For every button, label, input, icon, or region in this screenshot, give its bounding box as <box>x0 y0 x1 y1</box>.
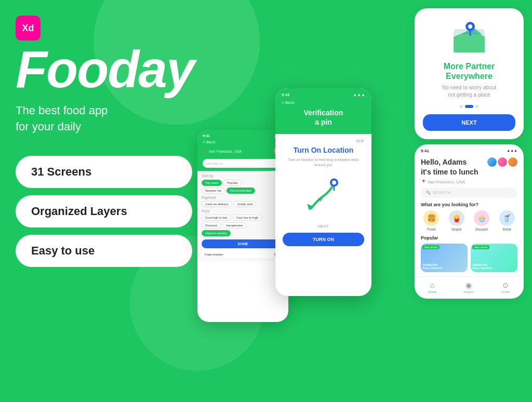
price-tags-row1: Cost high to low Cost low to high <box>202 215 284 221</box>
fried-chicken-label: Fried chicken <box>205 253 223 256</box>
onboarding-illustration <box>446 19 493 55</box>
location-pin-icon: 📍 <box>421 180 426 184</box>
tag-recommended[interactable]: Recommended <box>227 187 255 194</box>
explore-nav-icon: ◉ <box>463 281 474 289</box>
phone-location: 9:41 ▲▲▲ < Back Verificationa pin SKIP T… <box>275 88 371 296</box>
skip-button[interactable]: SKIP <box>283 139 364 143</box>
tag-credit[interactable]: Credit card <box>234 201 256 207</box>
nav-home[interactable]: ⌂ Home <box>428 281 436 293</box>
tag-popular[interactable]: Popular <box>223 180 242 186</box>
phone2-back-btn[interactable]: < Back <box>282 100 365 105</box>
tag-high-low[interactable]: Cost high to low <box>202 215 231 221</box>
phone2-body: SKIP Turn On Location Turn on location t… <box>275 134 371 251</box>
price-tags-row2: Discount Inexpensive <box>202 222 284 229</box>
home-nav-label: Home <box>428 290 436 293</box>
food-label: Food <box>421 227 442 231</box>
right-section: More PartnerEverywhere No need to worry … <box>415 8 524 299</box>
phone2-header-title: Verificationa pin <box>282 108 365 127</box>
food-category-snack[interactable]: 🍟 Snack <box>446 210 468 231</box>
dot-2 <box>465 105 473 108</box>
payment-tags: Cash on delivery Credit card <box>202 201 284 207</box>
phone-filter: 9:41 ▲▲▲ < Back 📍 San Francisco, USA SEA… <box>197 130 288 322</box>
dessert-icon: 🧁 <box>474 210 489 226</box>
home-phone: 9:41 ▲▲▲ Hello, Adamsit's time to lunch … <box>415 144 524 298</box>
what-looking-label: What are you looking for? <box>415 202 524 210</box>
phone-time: 9:41 <box>203 134 210 138</box>
phone2-signal: ▲▲▲ <box>353 92 365 97</box>
sort-by-label: Sort by <box>202 174 284 178</box>
xd-badge: Xd <box>16 16 41 41</box>
home-avatars <box>487 157 517 167</box>
food-category-dessert[interactable]: 🧁 Dessert <box>471 210 493 231</box>
food-category-drink[interactable]: 🥤 Drink <box>497 210 518 231</box>
popular-card-1[interactable]: New arrival DINEIN 50%Every Weekend <box>421 244 468 272</box>
home-search-bar[interactable]: 🔍 SEARCH <box>421 187 517 198</box>
tag-highest-ranking[interactable]: Highest ranking <box>202 230 231 236</box>
phone-search-bar[interactable]: SEARCH ≡ <box>203 159 283 168</box>
location-illustration <box>303 175 344 217</box>
onboarding-title: More PartnerEverywhere <box>423 61 515 81</box>
popular-cards-row: New arrival DINEIN 50%Every Weekend New … <box>415 244 524 276</box>
dot-1 <box>460 105 463 108</box>
turn-on-title: Turn On Location <box>283 146 364 154</box>
card-badge-1: New arrival <box>422 245 440 249</box>
phone-search-placeholder: SEARCH <box>207 162 223 165</box>
phone-back-btn[interactable]: < Back <box>203 140 283 144</box>
phone-filter-body: Sort by Top rated Popular Nearest me Rec… <box>197 171 288 261</box>
xd-label: Xd <box>22 23 34 34</box>
avatar-3 <box>508 157 517 167</box>
svg-point-2 <box>332 180 336 184</box>
avatar-1 <box>487 157 497 167</box>
nav-explore[interactable]: ◉ Explore <box>463 281 474 293</box>
home-location: 📍 San Francisco, USA <box>415 180 524 187</box>
tag-nearest-me[interactable]: Nearest me <box>202 187 225 194</box>
bottom-navigation: ⌂ Home ◉ Explore ⊙ Profile <box>415 276 524 299</box>
phone2-time: 9:41 <box>282 92 290 97</box>
profile-nav-label: Profile <box>501 290 510 293</box>
drink-icon: 🥤 <box>499 210 515 226</box>
tag-cash[interactable]: Cash on delivery <box>202 201 232 207</box>
left-section: Xd Fooday The best food appfor your dail… <box>16 16 192 274</box>
fried-chicken-row: Fried chicken $ 25 <box>202 250 284 258</box>
food-category-food[interactable]: 🍔 Food <box>421 210 442 231</box>
sort-tags-row1: Top rated Popular <box>202 180 284 186</box>
home-time: 9:41 <box>421 149 429 153</box>
onboarding-description: No need to worry aboutnot getting a plac… <box>423 84 515 99</box>
feature-screens: 31 Screens <box>16 156 192 188</box>
turn-on-description: Turn on location to find easy a nearest … <box>283 157 364 168</box>
home-greeting-text: Hello, Adamsit's time to lunch <box>421 157 478 176</box>
popular-label: Popular <box>415 235 524 244</box>
tag-inexpensive[interactable]: Inexpensive <box>222 222 246 229</box>
tag-top-rated[interactable]: Top rated <box>202 180 222 186</box>
onboarding-dots <box>423 105 515 108</box>
nav-profile[interactable]: ⊙ Profile <box>501 281 510 293</box>
card-badge-2: New arrival <box>472 245 489 249</box>
explore-nav-label: Explore <box>463 290 474 293</box>
popular-card-2[interactable]: New arrival DINEIN 50%Every Weekend <box>471 244 517 272</box>
profile-nav-icon: ⊙ <box>501 281 510 289</box>
turn-on-button[interactable]: TURN ON <box>283 233 364 246</box>
phone2-status-bar: 9:41 ▲▲▲ <box>282 92 365 97</box>
snack-label: Snack <box>446 227 468 231</box>
tag-discount[interactable]: Discount <box>202 222 221 229</box>
phone-status-bar: 9:41 ▲▲▲ <box>203 134 283 138</box>
phones-area: 9:41 ▲▲▲ < Back 📍 San Francisco, USA SEA… <box>192 10 442 395</box>
phone2-next-label: NEXT <box>283 224 364 229</box>
payment-label: Payment <box>202 196 284 199</box>
home-status-bar: 9:41 ▲▲▲ <box>415 144 524 155</box>
app-title: Fooday <box>16 46 192 92</box>
home-nav-icon: ⌂ <box>428 281 436 289</box>
tag-low-high[interactable]: Cost low to high <box>233 215 262 221</box>
phone-location-row: 📍 San Francisco, USA <box>203 146 283 156</box>
snack-icon: 🍟 <box>449 210 464 226</box>
done-button[interactable]: DONE <box>202 239 284 248</box>
onboarding-next-button[interactable]: NEXT <box>423 114 515 131</box>
price-label: Price <box>202 209 284 213</box>
price-tags-row3: Highest ranking <box>202 230 284 236</box>
card-text-2: DINEIN 50%Every Weekend <box>473 263 492 270</box>
svg-point-9 <box>468 24 472 29</box>
app-subtitle: The best food appfor your daily <box>16 103 192 135</box>
sort-tags-row2: Nearest me Recommended <box>202 187 284 194</box>
card-text-1: DINEIN 50%Every Weekend <box>423 263 442 270</box>
feature-easy: Easy to use <box>16 235 192 267</box>
